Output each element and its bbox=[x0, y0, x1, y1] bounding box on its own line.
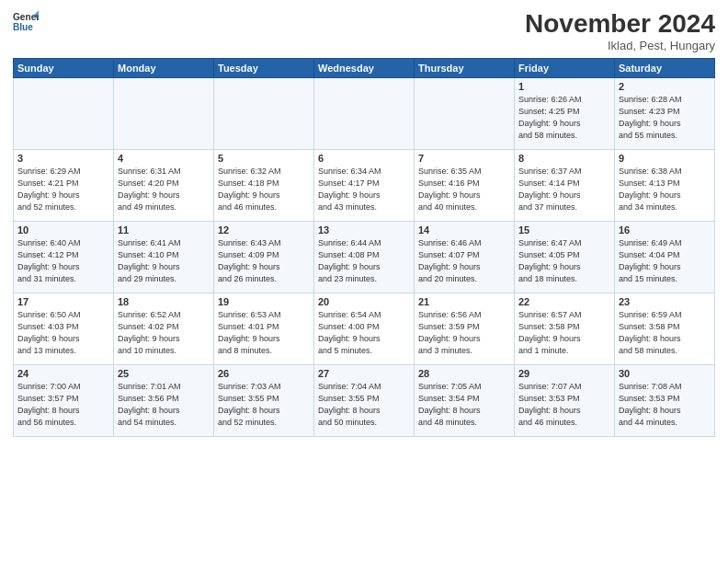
day-number: 15 bbox=[518, 224, 610, 236]
day-number: 30 bbox=[619, 368, 711, 379]
day-info: Sunrise: 6:59 AM Sunset: 3:58 PM Dayligh… bbox=[619, 309, 711, 357]
calendar-week-row: 17Sunrise: 6:50 AM Sunset: 4:03 PM Dayli… bbox=[14, 293, 715, 365]
calendar-cell: 30Sunrise: 7:08 AM Sunset: 3:53 PM Dayli… bbox=[615, 365, 715, 437]
calendar-cell: 15Sunrise: 6:47 AM Sunset: 4:05 PM Dayli… bbox=[515, 222, 615, 293]
day-number: 19 bbox=[218, 296, 310, 307]
calendar-cell: 26Sunrise: 7:03 AM Sunset: 3:55 PM Dayli… bbox=[214, 365, 314, 437]
day-number: 3 bbox=[17, 153, 109, 164]
day-info: Sunrise: 6:54 AM Sunset: 4:00 PM Dayligh… bbox=[318, 309, 410, 357]
day-number: 7 bbox=[418, 153, 510, 164]
day-number: 24 bbox=[17, 368, 109, 379]
calendar-cell: 29Sunrise: 7:07 AM Sunset: 3:53 PM Dayli… bbox=[515, 365, 615, 437]
location: Iklad, Pest, Hungary bbox=[525, 39, 715, 52]
col-header-tuesday: Tuesday bbox=[214, 59, 314, 78]
day-info: Sunrise: 6:53 AM Sunset: 4:01 PM Dayligh… bbox=[218, 309, 310, 357]
header: General Blue November 2024 Iklad, Pest, … bbox=[13, 9, 715, 52]
calendar-cell: 8Sunrise: 6:37 AM Sunset: 4:14 PM Daylig… bbox=[515, 150, 615, 222]
calendar-cell: 1Sunrise: 6:26 AM Sunset: 4:25 PM Daylig… bbox=[515, 78, 615, 150]
calendar-cell: 20Sunrise: 6:54 AM Sunset: 4:00 PM Dayli… bbox=[314, 293, 415, 365]
calendar-week-row: 24Sunrise: 7:00 AM Sunset: 3:57 PM Dayli… bbox=[14, 365, 715, 437]
day-info: Sunrise: 6:28 AM Sunset: 4:23 PM Dayligh… bbox=[619, 94, 711, 142]
calendar-cell: 14Sunrise: 6:46 AM Sunset: 4:07 PM Dayli… bbox=[415, 222, 515, 293]
calendar-week-row: 10Sunrise: 6:40 AM Sunset: 4:12 PM Dayli… bbox=[14, 222, 715, 293]
day-info: Sunrise: 6:47 AM Sunset: 4:05 PM Dayligh… bbox=[518, 237, 610, 285]
calendar-cell: 23Sunrise: 6:59 AM Sunset: 3:58 PM Dayli… bbox=[615, 293, 715, 365]
col-header-saturday: Saturday bbox=[615, 59, 715, 78]
col-header-thursday: Thursday bbox=[415, 59, 515, 78]
calendar-cell: 4Sunrise: 6:31 AM Sunset: 4:20 PM Daylig… bbox=[114, 150, 214, 222]
calendar-cell: 19Sunrise: 6:53 AM Sunset: 4:01 PM Dayli… bbox=[214, 293, 314, 365]
day-info: Sunrise: 6:56 AM Sunset: 3:59 PM Dayligh… bbox=[418, 309, 510, 357]
day-number: 13 bbox=[318, 224, 410, 236]
day-number: 10 bbox=[17, 224, 109, 236]
day-info: Sunrise: 7:01 AM Sunset: 3:56 PM Dayligh… bbox=[118, 381, 210, 429]
day-info: Sunrise: 7:08 AM Sunset: 3:53 PM Dayligh… bbox=[619, 381, 711, 429]
day-number: 25 bbox=[118, 368, 210, 379]
day-number: 12 bbox=[218, 224, 310, 236]
day-number: 18 bbox=[118, 296, 210, 307]
day-number: 2 bbox=[619, 81, 711, 92]
logo: General Blue bbox=[13, 9, 39, 35]
calendar-cell: 18Sunrise: 6:52 AM Sunset: 4:02 PM Dayli… bbox=[114, 293, 214, 365]
day-number: 23 bbox=[619, 296, 711, 307]
calendar-cell: 24Sunrise: 7:00 AM Sunset: 3:57 PM Dayli… bbox=[14, 365, 114, 437]
day-info: Sunrise: 7:00 AM Sunset: 3:57 PM Dayligh… bbox=[17, 381, 109, 429]
day-info: Sunrise: 6:26 AM Sunset: 4:25 PM Dayligh… bbox=[518, 94, 610, 142]
calendar-cell: 21Sunrise: 6:56 AM Sunset: 3:59 PM Dayli… bbox=[415, 293, 515, 365]
day-info: Sunrise: 6:32 AM Sunset: 4:18 PM Dayligh… bbox=[218, 166, 310, 213]
calendar-cell bbox=[114, 78, 214, 150]
day-info: Sunrise: 6:40 AM Sunset: 4:12 PM Dayligh… bbox=[17, 237, 109, 285]
day-info: Sunrise: 6:41 AM Sunset: 4:10 PM Dayligh… bbox=[118, 237, 210, 285]
day-number: 16 bbox=[619, 224, 711, 236]
calendar-cell bbox=[214, 78, 314, 150]
calendar-cell bbox=[415, 78, 515, 150]
calendar-cell bbox=[314, 78, 415, 150]
calendar-cell: 16Sunrise: 6:49 AM Sunset: 4:04 PM Dayli… bbox=[615, 222, 715, 293]
day-info: Sunrise: 6:57 AM Sunset: 3:58 PM Dayligh… bbox=[518, 309, 610, 357]
calendar-cell: 6Sunrise: 6:34 AM Sunset: 4:17 PM Daylig… bbox=[314, 150, 415, 222]
day-info: Sunrise: 7:04 AM Sunset: 3:55 PM Dayligh… bbox=[318, 381, 410, 429]
day-info: Sunrise: 6:52 AM Sunset: 4:02 PM Dayligh… bbox=[118, 309, 210, 357]
calendar-cell: 25Sunrise: 7:01 AM Sunset: 3:56 PM Dayli… bbox=[114, 365, 214, 437]
day-number: 8 bbox=[518, 153, 610, 164]
day-info: Sunrise: 6:49 AM Sunset: 4:04 PM Dayligh… bbox=[619, 237, 711, 285]
day-info: Sunrise: 6:34 AM Sunset: 4:17 PM Dayligh… bbox=[318, 166, 410, 213]
day-info: Sunrise: 6:35 AM Sunset: 4:16 PM Dayligh… bbox=[418, 166, 510, 213]
day-number: 28 bbox=[418, 368, 510, 379]
col-header-sunday: Sunday bbox=[14, 59, 114, 78]
day-info: Sunrise: 6:43 AM Sunset: 4:09 PM Dayligh… bbox=[218, 237, 310, 285]
calendar-cell: 27Sunrise: 7:04 AM Sunset: 3:55 PM Dayli… bbox=[314, 365, 415, 437]
day-number: 1 bbox=[518, 81, 610, 92]
calendar-cell: 22Sunrise: 6:57 AM Sunset: 3:58 PM Dayli… bbox=[515, 293, 615, 365]
calendar-cell: 10Sunrise: 6:40 AM Sunset: 4:12 PM Dayli… bbox=[14, 222, 114, 293]
col-header-friday: Friday bbox=[515, 59, 615, 78]
day-number: 6 bbox=[318, 153, 410, 164]
day-number: 27 bbox=[318, 368, 410, 379]
day-number: 22 bbox=[518, 296, 610, 307]
calendar-cell: 7Sunrise: 6:35 AM Sunset: 4:16 PM Daylig… bbox=[415, 150, 515, 222]
calendar-cell: 12Sunrise: 6:43 AM Sunset: 4:09 PM Dayli… bbox=[214, 222, 314, 293]
calendar-cell bbox=[14, 78, 114, 150]
col-header-wednesday: Wednesday bbox=[314, 59, 415, 78]
month-title: November 2024 bbox=[525, 9, 715, 39]
calendar-week-row: 3Sunrise: 6:29 AM Sunset: 4:21 PM Daylig… bbox=[14, 150, 715, 222]
calendar-cell: 13Sunrise: 6:44 AM Sunset: 4:08 PM Dayli… bbox=[314, 222, 415, 293]
day-info: Sunrise: 6:37 AM Sunset: 4:14 PM Dayligh… bbox=[518, 166, 610, 213]
col-header-monday: Monday bbox=[114, 59, 214, 78]
generalblue-logo-icon: General Blue bbox=[13, 9, 39, 35]
day-number: 21 bbox=[418, 296, 510, 307]
calendar-cell: 2Sunrise: 6:28 AM Sunset: 4:23 PM Daylig… bbox=[615, 78, 715, 150]
calendar-cell: 3Sunrise: 6:29 AM Sunset: 4:21 PM Daylig… bbox=[14, 150, 114, 222]
calendar-cell: 17Sunrise: 6:50 AM Sunset: 4:03 PM Dayli… bbox=[14, 293, 114, 365]
calendar-cell: 28Sunrise: 7:05 AM Sunset: 3:54 PM Dayli… bbox=[415, 365, 515, 437]
calendar-table: SundayMondayTuesdayWednesdayThursdayFrid… bbox=[13, 58, 715, 437]
calendar-cell: 9Sunrise: 6:38 AM Sunset: 4:13 PM Daylig… bbox=[615, 150, 715, 222]
day-number: 29 bbox=[518, 368, 610, 379]
day-number: 11 bbox=[118, 224, 210, 236]
day-info: Sunrise: 7:03 AM Sunset: 3:55 PM Dayligh… bbox=[218, 381, 310, 429]
day-number: 14 bbox=[418, 224, 510, 236]
day-info: Sunrise: 6:31 AM Sunset: 4:20 PM Dayligh… bbox=[118, 166, 210, 213]
day-number: 9 bbox=[619, 153, 711, 164]
day-number: 26 bbox=[218, 368, 310, 379]
title-block: November 2024 Iklad, Pest, Hungary bbox=[525, 9, 715, 52]
